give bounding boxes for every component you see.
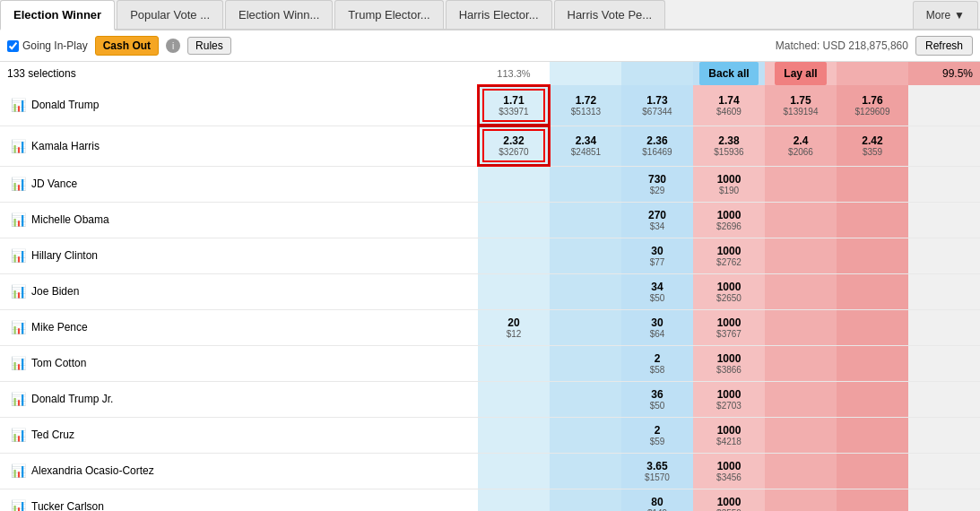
back-1-button[interactable]: 34$50 <box>625 277 689 307</box>
lay-3-cell[interactable]: 2.42$359 <box>837 126 908 166</box>
back-1-cell[interactable]: 2$59 <box>621 417 693 453</box>
lay-1-button[interactable]: 1000$2696 <box>697 205 761 235</box>
back-3-cell <box>478 345 550 381</box>
going-in-play-input[interactable] <box>7 40 19 52</box>
tab-trump-elector[interactable]: Trump Elector... <box>334 0 443 29</box>
back-1-cell[interactable]: 2$58 <box>621 345 693 381</box>
back-1-cell[interactable]: 270$34 <box>621 202 693 238</box>
back-3-button[interactable]: 1.71$33971 <box>482 89 545 122</box>
lay-1-cell[interactable]: 1000$2762 <box>693 238 765 273</box>
lay-1-cell[interactable]: 1000$3866 <box>693 345 765 381</box>
back-3-button[interactable]: 20$12 <box>481 313 546 342</box>
back-1-cell[interactable]: 36$50 <box>621 381 693 417</box>
chevron-down-icon: ▼ <box>954 9 965 22</box>
lay-1-button[interactable]: 1000$2703 <box>697 385 761 414</box>
lay-3-button[interactable]: 2.42$359 <box>840 131 905 160</box>
lay-1-cell[interactable]: 1000$3559 <box>693 489 765 511</box>
lay-1-cell[interactable]: 1000$2696 <box>693 202 765 238</box>
info-icon[interactable]: i <box>166 39 180 53</box>
tab-more[interactable]: More ▼ <box>913 1 978 29</box>
back-1-button[interactable]: 270$34 <box>625 205 689 235</box>
lay-1-button[interactable]: 1000$3866 <box>697 349 761 378</box>
back-1-button[interactable]: 730$29 <box>625 169 689 199</box>
runner-name-cell: 📊Mike Pence <box>0 309 478 345</box>
chart-icon: 📊 <box>11 248 26 263</box>
back-2-cell <box>550 417 621 453</box>
lay-1-cell[interactable]: 2.38$15936 <box>693 126 765 166</box>
back-3-cell[interactable]: 20$12 <box>478 309 550 345</box>
chart-icon: 📊 <box>11 177 26 191</box>
lay-all-button[interactable]: Lay all <box>775 62 826 85</box>
back-1-cell[interactable]: 3.65$1570 <box>621 453 693 489</box>
lay-1-cell[interactable]: 1000$2650 <box>693 273 765 309</box>
lay-3-cell <box>837 453 908 489</box>
lay-1-cell[interactable]: 1000$190 <box>693 166 765 202</box>
lay-1-button[interactable]: 1000$2650 <box>697 277 761 307</box>
lay-1-cell[interactable]: 1000$3767 <box>693 309 765 345</box>
back-2-cell <box>550 453 621 489</box>
lay-1-button[interactable]: 2.38$15936 <box>697 131 761 160</box>
chart-icon: 📊 <box>11 284 26 299</box>
runner-name-cell: 📊Michelle Obama <box>0 202 478 238</box>
lay-3-button[interactable]: 1.76$129609 <box>840 91 905 120</box>
column-header-row: 133 selections 113.3% Back all Lay all 9… <box>0 62 980 85</box>
back-1-cell[interactable]: 34$50 <box>621 273 693 309</box>
back-2-cell[interactable]: 2.34$24851 <box>550 126 621 166</box>
lay-1-button[interactable]: 1000$190 <box>697 169 761 199</box>
lay-1-button[interactable]: 1000$4218 <box>697 420 761 450</box>
lay-2-cell <box>765 489 837 511</box>
back-1-button[interactable]: 2.36$16469 <box>625 131 689 160</box>
back-2-button[interactable]: 1.72$51313 <box>554 91 618 120</box>
lay-1-cell[interactable]: 1000$2703 <box>693 381 765 417</box>
lay-1-button[interactable]: 1000$3559 <box>697 492 761 512</box>
back-1-button[interactable]: 2$58 <box>625 349 689 378</box>
back-all-button[interactable]: Back all <box>699 62 758 85</box>
tab-harris-elector[interactable]: Harris Elector... <box>446 0 552 29</box>
lay-2-cell[interactable]: 1.75$139194 <box>765 85 837 126</box>
back-1-button[interactable]: 30$64 <box>625 313 689 342</box>
rules-button[interactable]: Rules <box>187 37 231 55</box>
lay-2-cell[interactable]: 2.4$2066 <box>765 126 837 166</box>
lay-1-button[interactable]: 1000$2762 <box>697 241 761 271</box>
table-row: 📊Alexandria Ocasio-Cortez3.65$15701000$3… <box>0 453 980 489</box>
runner-name: Kamala Harris <box>31 140 100 152</box>
back-1-button[interactable]: 36$50 <box>625 385 689 414</box>
back-1-cell[interactable]: 30$77 <box>621 238 693 273</box>
lay-3-cell[interactable]: 1.76$129609 <box>837 85 908 126</box>
back-3-cell[interactable]: 1.71$33971 <box>478 85 550 126</box>
back-1-button[interactable]: 3.65$1570 <box>625 456 689 486</box>
lay-1-cell[interactable]: 1.74$4609 <box>693 85 765 126</box>
back-1-cell[interactable]: 80$149 <box>621 489 693 511</box>
back-2-button[interactable]: 2.34$24851 <box>554 131 618 160</box>
cash-out-button[interactable]: Cash Out <box>95 36 159 56</box>
tab-harris-vote-pe[interactable]: Harris Vote Pe... <box>554 0 666 29</box>
back-1-button[interactable]: 2$59 <box>625 420 689 450</box>
tab-election-winn[interactable]: Election Winn... <box>225 0 333 29</box>
back-1-button[interactable]: 1.73$67344 <box>625 91 689 120</box>
tab-election-winner[interactable]: Election Winner <box>0 0 115 30</box>
going-in-play-checkbox[interactable]: Going In-Play <box>7 39 88 52</box>
back-2-cell[interactable]: 1.72$51313 <box>550 85 621 126</box>
back-1-button[interactable]: 30$77 <box>625 241 689 271</box>
back-1-button[interactable]: 80$149 <box>625 492 689 512</box>
table-row: 📊Joe Biden34$501000$2650 <box>0 273 980 309</box>
lay-1-button[interactable]: 1000$3767 <box>697 313 761 342</box>
refresh-button[interactable]: Refresh <box>915 36 973 56</box>
back-1-cell[interactable]: 1.73$67344 <box>621 85 693 126</box>
back-3-button[interactable]: 2.32$32670 <box>482 129 545 162</box>
lay-2-button[interactable]: 1.75$139194 <box>768 91 833 120</box>
lay-1-button[interactable]: 1000$3456 <box>697 456 761 486</box>
back-3-cell[interactable]: 2.32$32670 <box>478 126 550 166</box>
runner-name-cell: 📊Kamala Harris <box>0 126 478 166</box>
back-1-cell[interactable]: 730$29 <box>621 166 693 202</box>
back-2-cell <box>550 202 621 238</box>
back-3-cell <box>478 417 550 453</box>
back-1-cell[interactable]: 2.36$16469 <box>621 126 693 166</box>
lay-2-button[interactable]: 2.4$2066 <box>768 131 833 160</box>
back-1-cell[interactable]: 30$64 <box>621 309 693 345</box>
lay-1-cell[interactable]: 1000$3456 <box>693 453 765 489</box>
table-row: 📊Donald Trump Jr.36$501000$2703 <box>0 381 980 417</box>
lay-1-cell[interactable]: 1000$4218 <box>693 417 765 453</box>
tab-popular-vote[interactable]: Popular Vote ... <box>117 0 223 29</box>
lay-1-button[interactable]: 1.74$4609 <box>697 91 761 120</box>
